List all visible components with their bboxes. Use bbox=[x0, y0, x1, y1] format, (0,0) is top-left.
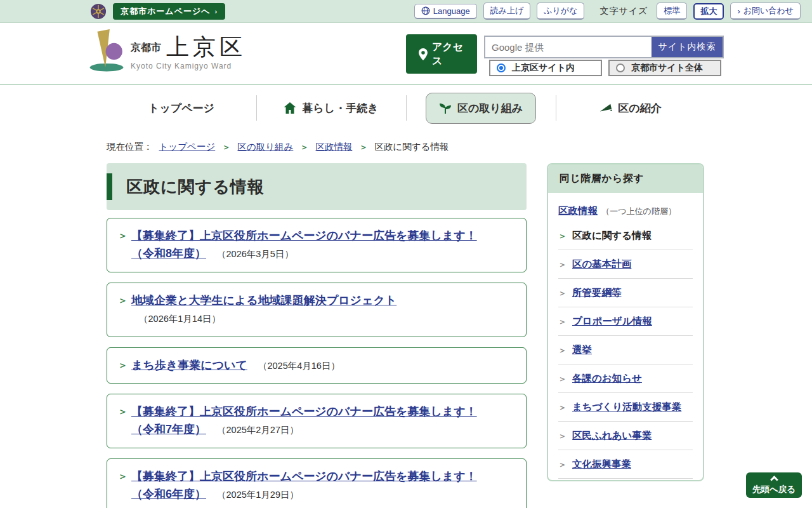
news-link[interactable]: まち歩き事業について bbox=[131, 359, 247, 371]
news-date: （2025年1月29日） bbox=[217, 490, 299, 500]
sidebar-parent-row: 区政情報 （一つ上位の階層） bbox=[558, 196, 693, 222]
news-link[interactable]: 【募集終了】上京区役所ホームページのバナー広告を募集します！（令和7年度） bbox=[131, 405, 477, 436]
sidebar-parent-note: （一つ上位の階層） bbox=[601, 206, 676, 216]
news-date: （2025年4月16日） bbox=[258, 361, 340, 371]
back-to-top-button[interactable]: 先頭へ戻る bbox=[746, 472, 802, 498]
furigana-button[interactable]: ふりがな bbox=[537, 3, 584, 20]
radio-unselected-icon bbox=[616, 64, 625, 72]
news-list-item: ＞ 【募集終了】上京区役所ホームページのバナー広告を募集します！（令和8年度） … bbox=[107, 218, 527, 272]
chevron-right-icon: ＞ bbox=[118, 404, 128, 418]
breadcrumb-current: 区政に関する情報 bbox=[374, 142, 449, 152]
nav-item-ward-introduction[interactable]: 区の紹介 bbox=[556, 93, 705, 123]
nav-item-ward-initiatives[interactable]: 区の取り組み bbox=[406, 93, 556, 123]
site-header: 京都市 上京区 Kyoto City Kamigyo Ward アクセス サイト… bbox=[0, 23, 812, 85]
sidebar-item-fureai-project[interactable]: ＞ 区民ふれあい事業 bbox=[558, 422, 693, 450]
chevron-right-icon: ＞ bbox=[558, 259, 566, 271]
breadcrumb-separator-icon: ＞ bbox=[300, 142, 308, 152]
sidebar-item-basic-plan[interactable]: ＞ 区の基本計画 bbox=[558, 250, 693, 279]
fan-icon bbox=[599, 102, 612, 114]
contact-button[interactable]: › お問い合わせ bbox=[730, 3, 801, 20]
font-size-label: 文字サイズ bbox=[599, 6, 648, 17]
chevron-right-icon: ＞ bbox=[118, 228, 128, 243]
kyoto-home-label: 京都市ホームページへ bbox=[121, 6, 211, 17]
sidebar-heading: 同じ階層から探す bbox=[548, 164, 703, 193]
nav-item-top-page[interactable]: トップページ bbox=[107, 93, 256, 123]
topbar-tools: Language 読み上げ ふりがな 文字サイズ 標準 拡大 › お問い合わせ bbox=[414, 3, 801, 20]
site-search: サイト内検索 上京区サイト内 京都市サイト全体 bbox=[484, 36, 724, 76]
news-list-item: ＞ 【募集終了】上京区役所ホームページのバナー広告を募集します！（令和7年度） … bbox=[107, 394, 527, 448]
news-link[interactable]: 【募集終了】上京区役所ホームページのバナー広告を募集します！（令和8年度） bbox=[131, 229, 477, 260]
top-utility-bar: 京都市ホームページへ › Language 読み上げ ふりがな 文字サイズ 標準… bbox=[0, 0, 812, 23]
chevron-right-icon: ＞ bbox=[118, 293, 128, 307]
chevron-right-icon: › bbox=[215, 8, 218, 15]
sidebar-item-current: ＞ 区政に関する情報 bbox=[558, 222, 693, 250]
sidebar-parent-link[interactable]: 区政情報 bbox=[558, 205, 598, 216]
site-logo[interactable]: 京都市 上京区 Kyoto City Kamigyo Ward bbox=[89, 27, 246, 72]
seedling-icon bbox=[439, 102, 452, 114]
sidebar-item-dept-news[interactable]: ＞ 各課のお知らせ bbox=[558, 364, 693, 393]
breadcrumb-separator-icon: ＞ bbox=[359, 142, 367, 152]
font-large-button[interactable]: 拡大 bbox=[693, 3, 724, 20]
news-date: （2026年1月14日） bbox=[139, 314, 221, 324]
chevron-right-icon: ＞ bbox=[558, 373, 566, 385]
breadcrumb-prefix: 現在位置： bbox=[107, 142, 153, 152]
chevron-right-icon: ＞ bbox=[558, 316, 566, 328]
globe-icon bbox=[421, 6, 430, 15]
news-list-item: ＞ 地域企業と大学生による地域課題解決プロジェクト （2026年1月14日） bbox=[107, 283, 527, 337]
breadcrumb-link-ward-info[interactable]: 区政情報 bbox=[315, 142, 352, 152]
language-label: Language bbox=[433, 6, 470, 16]
main-navigation: トップページ 暮らし・手続き 区の取り組み 区の紹介 bbox=[0, 85, 812, 131]
title-accent-bar bbox=[107, 173, 112, 200]
logo-texts: 京都市 上京区 Kyoto City Kamigyo Ward bbox=[131, 27, 246, 70]
chevron-right-icon: ＞ bbox=[558, 288, 566, 299]
search-input[interactable] bbox=[485, 37, 652, 57]
kyoto-city-emblem-icon bbox=[90, 3, 107, 20]
site-search-button[interactable]: サイト内検索 bbox=[652, 37, 723, 57]
ward-logo-mark-icon bbox=[89, 27, 124, 72]
breadcrumb-link-initiatives[interactable]: 区の取り組み bbox=[237, 142, 293, 152]
chevron-right-icon: ＞ bbox=[558, 345, 566, 356]
chevron-right-icon: ＞ bbox=[558, 402, 566, 413]
scope-ward-radio[interactable]: 上京区サイト内 bbox=[489, 60, 602, 76]
chevron-right-icon: ＞ bbox=[558, 459, 566, 471]
news-list-item: ＞ まち歩き事業について （2025年4月16日） bbox=[107, 347, 527, 384]
sidebar-item-guidelines[interactable]: ＞ 所管要綱等 bbox=[558, 279, 693, 307]
page-title: 区政に関する情報 bbox=[126, 176, 265, 198]
chevron-right-icon: ＞ bbox=[118, 469, 128, 483]
sidebar-item-proposal-info[interactable]: ＞ プロポーザル情報 bbox=[558, 307, 693, 336]
sidebar-item-culture-promotion[interactable]: ＞ 文化振興事業 bbox=[558, 450, 693, 479]
read-aloud-button[interactable]: 読み上げ bbox=[483, 3, 531, 20]
content-area: 区政に関する情報 ＞ 【募集終了】上京区役所ホームページのバナー広告を募集します… bbox=[107, 163, 812, 508]
breadcrumb: 現在位置： トップページ ＞ 区の取り組み ＞ 区政情報 ＞ 区政に関する情報 bbox=[107, 141, 812, 153]
chevron-right-icon: ＞ bbox=[118, 358, 128, 372]
nav-item-living-procedures[interactable]: 暮らし・手続き bbox=[256, 93, 406, 123]
chevron-right-icon: ＞ bbox=[558, 431, 566, 442]
news-date: （2026年3月5日） bbox=[217, 249, 294, 259]
map-pin-icon bbox=[419, 48, 428, 60]
nav-active-pill: 区の取り組み bbox=[426, 93, 536, 124]
sidebar-same-level: 同じ階層から探す 区政情報 （一つ上位の階層） ＞ 区政に関する情報 ＞ 区の基… bbox=[547, 163, 704, 481]
search-scope-options: 上京区サイト内 京都市サイト全体 bbox=[489, 60, 724, 76]
news-list-item: ＞ 【募集終了】上京区役所ホームページのバナー広告を募集します！（令和6年度） … bbox=[107, 458, 527, 508]
home-icon bbox=[284, 102, 296, 114]
sidebar-item-machizukuri-support[interactable]: ＞ まちづくり活動支援事業 bbox=[558, 393, 693, 422]
main-column: 区政に関する情報 ＞ 【募集終了】上京区役所ホームページのバナー広告を募集します… bbox=[107, 163, 527, 508]
chevron-right-icon: › bbox=[737, 6, 740, 16]
access-button[interactable]: アクセス bbox=[406, 34, 477, 74]
chevron-up-icon bbox=[770, 476, 778, 484]
font-standard-button[interactable]: 標準 bbox=[657, 3, 687, 20]
page-title-box: 区政に関する情報 bbox=[107, 163, 527, 210]
sidebar-item-election[interactable]: ＞ 選挙 bbox=[558, 336, 693, 364]
ward-name: 上京区 bbox=[166, 34, 246, 60]
news-date: （2025年2月27日） bbox=[217, 425, 299, 435]
chevron-right-icon: ＞ bbox=[558, 231, 566, 242]
scope-city-radio[interactable]: 京都市サイト全体 bbox=[608, 60, 721, 76]
kyoto-home-button[interactable]: 京都市ホームページへ › bbox=[113, 3, 225, 20]
news-link[interactable]: 地域企業と大学生による地域課題解決プロジェクト bbox=[131, 294, 396, 307]
radio-selected-icon bbox=[497, 64, 506, 72]
breadcrumb-link-top[interactable]: トップページ bbox=[159, 142, 216, 152]
ward-name-en: Kyoto City Kamigyo Ward bbox=[131, 62, 246, 70]
language-button[interactable]: Language bbox=[414, 4, 477, 19]
news-link[interactable]: 【募集終了】上京区役所ホームページのバナー広告を募集します！（令和6年度） bbox=[131, 470, 477, 500]
city-name: 京都市 bbox=[131, 41, 161, 60]
